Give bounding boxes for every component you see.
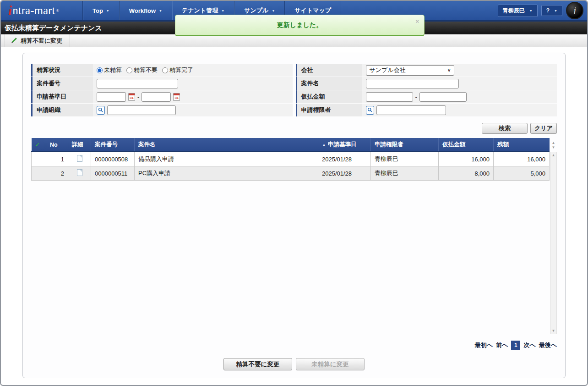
advance-amount-label: 仮払金額 bbox=[296, 90, 362, 103]
help-label: ? bbox=[546, 7, 550, 14]
case-number-input[interactable] bbox=[97, 79, 178, 88]
user-menu-button[interactable]: 青柳辰巳 ▼ bbox=[498, 5, 538, 17]
column-header-check: ✓ bbox=[32, 138, 46, 152]
radio-option-settled[interactable]: 精算完了 bbox=[162, 66, 193, 74]
pagination-current-page: 1 bbox=[511, 341, 520, 350]
pagination-next[interactable]: 次へ bbox=[523, 341, 535, 349]
app-window: intra-mart® Top ▼ Workflow ▼ テナント管理 ▼ サン… bbox=[0, 0, 588, 386]
close-icon[interactable]: × bbox=[415, 18, 419, 25]
request-authorizer-input[interactable] bbox=[376, 105, 446, 115]
case-name-label: 案件名 bbox=[296, 77, 362, 90]
row-case-name: PC購入申請 bbox=[135, 166, 318, 181]
base-date-to-input[interactable] bbox=[142, 92, 171, 102]
menu-item-top[interactable]: Top ▼ bbox=[82, 1, 119, 20]
toolbar-change-to-no-settlement[interactable]: 精算不要に変更 bbox=[5, 34, 70, 47]
form-row-case-name: 案件名 bbox=[296, 77, 557, 90]
search-form-right-column: 会社 サンプル会社 ˅ 案件名 仮払金額 bbox=[296, 64, 557, 117]
row-case-number: 0000000508 bbox=[91, 152, 135, 166]
chevron-down-icon: ▼ bbox=[106, 9, 109, 12]
company-select[interactable]: サンプル会社 ˅ bbox=[366, 65, 454, 76]
row-case-name: 備品購入申請 bbox=[135, 152, 318, 166]
form-row-company: 会社 サンプル会社 ˅ bbox=[296, 64, 557, 77]
scroll-down-icon[interactable]: ▼ bbox=[552, 145, 555, 149]
amount-range-separator: - bbox=[415, 94, 417, 100]
request-org-label: 申請組織 bbox=[31, 104, 93, 116]
search-lookup-icon[interactable] bbox=[366, 106, 374, 115]
sort-asc-icon: ▲ bbox=[322, 143, 326, 147]
logo-text: ntra-mart bbox=[12, 4, 55, 17]
form-row-advance-amount: 仮払金額 - bbox=[296, 90, 557, 103]
column-header-case-name[interactable]: 案件名 bbox=[135, 138, 318, 152]
request-authorizer-field bbox=[362, 104, 557, 116]
column-header-authorizer[interactable]: 申請権限者 bbox=[371, 138, 439, 152]
pagination-first[interactable]: 最初へ bbox=[475, 341, 493, 349]
scroll-down-icon[interactable]: ▼ bbox=[552, 329, 555, 333]
form-row-case-number: 案件番号 bbox=[31, 77, 293, 90]
toolbar: 精算不要に変更 bbox=[1, 34, 587, 47]
scroll-up-icon[interactable]: ▲ bbox=[552, 141, 555, 145]
page-title: 仮払未精算データメンテナンス bbox=[5, 24, 102, 33]
calendar-icon[interactable]: 31 bbox=[173, 93, 180, 101]
row-select-cell[interactable] bbox=[32, 166, 46, 181]
change-to-no-settlement-button[interactable]: 精算不要に変更 bbox=[223, 358, 292, 370]
menu-item-workflow[interactable]: Workflow ▼ bbox=[119, 1, 172, 20]
header-scroll-arrows: ▲ ▼ bbox=[550, 138, 557, 152]
base-date-from-input[interactable] bbox=[97, 92, 126, 102]
select-chevron-icon: ˅ bbox=[448, 68, 451, 73]
intra-mart-badge-icon[interactable]: i bbox=[566, 2, 583, 19]
pagination: 最初へ 前へ 1 次へ 最後へ bbox=[31, 341, 557, 350]
row-balance: 16,000 bbox=[494, 152, 550, 166]
settlement-status-field: 未精算 精算不要 精算完了 bbox=[93, 64, 293, 77]
company-label: 会社 bbox=[296, 64, 362, 77]
body-scrollbar[interactable]: ▲ ▼ bbox=[550, 152, 557, 334]
row-base-date: 2025/01/28 bbox=[318, 152, 371, 166]
unsettled-radio[interactable] bbox=[97, 67, 103, 73]
logo-reg-mark: ® bbox=[56, 8, 59, 13]
search-lookup-icon[interactable] bbox=[97, 106, 105, 115]
help-menu-button[interactable]: ? ▼ bbox=[541, 5, 562, 16]
magnifier-icon bbox=[367, 107, 373, 113]
row-detail-cell bbox=[68, 166, 91, 181]
case-number-label: 案件番号 bbox=[31, 77, 93, 90]
clear-button[interactable]: クリア bbox=[530, 123, 557, 134]
settled-radio[interactable] bbox=[162, 67, 168, 73]
request-authorizer-label: 申請権限者 bbox=[296, 104, 362, 116]
row-authorizer: 青柳辰巳 bbox=[371, 152, 439, 166]
document-detail-icon[interactable] bbox=[77, 155, 82, 162]
column-header-balance[interactable]: 残額 bbox=[494, 138, 550, 152]
check-icon: ✓ bbox=[35, 141, 40, 148]
column-header-amount[interactable]: 仮払金額 bbox=[439, 138, 494, 152]
request-org-field bbox=[93, 104, 293, 116]
search-button[interactable]: 検索 bbox=[482, 123, 528, 134]
row-base-date: 2025/01/28 bbox=[318, 166, 371, 181]
advance-amount-to-input[interactable] bbox=[419, 92, 467, 102]
calendar-icon[interactable]: 31 bbox=[128, 93, 135, 101]
change-to-unsettled-button: 未精算に変更 bbox=[296, 358, 365, 370]
search-form-left-column: 精算状況 未精算 精算不要 精算完了 bbox=[31, 64, 293, 117]
intra-mart-logo[interactable]: intra-mart® bbox=[1, 1, 82, 20]
table-header-row: ✓ No 詳細 案件番号 案件名 ▲申請基準日 申請権限者 仮払金額 残額 bbox=[32, 138, 550, 152]
advance-amount-field: - bbox=[362, 90, 557, 103]
scroll-up-icon[interactable]: ▲ bbox=[552, 153, 555, 157]
radio-option-no-settlement[interactable]: 精算不要 bbox=[126, 66, 158, 74]
column-header-base-date[interactable]: ▲申請基準日 bbox=[318, 138, 371, 152]
form-row-request-org: 申請組織 bbox=[31, 104, 293, 116]
chevron-down-icon: ▼ bbox=[554, 9, 557, 12]
search-form: 精算状況 未精算 精算不要 精算完了 bbox=[31, 64, 557, 117]
advance-amount-from-input[interactable] bbox=[366, 92, 413, 102]
search-actions: 検索 クリア bbox=[31, 123, 557, 134]
request-org-input[interactable] bbox=[107, 105, 176, 115]
logo-i-glyph: i bbox=[8, 3, 12, 18]
row-authorizer: 青柳辰巳 bbox=[371, 166, 439, 181]
column-header-detail: 詳細 bbox=[68, 138, 91, 152]
case-name-input[interactable] bbox=[366, 79, 459, 88]
document-detail-icon[interactable] bbox=[77, 169, 82, 176]
column-header-case-number[interactable]: 案件番号 bbox=[91, 138, 135, 152]
settlement-status-label: 精算状況 bbox=[31, 64, 93, 77]
pagination-last[interactable]: 最後へ bbox=[539, 341, 557, 349]
row-select-cell[interactable] bbox=[32, 152, 46, 166]
no-settlement-radio[interactable] bbox=[126, 67, 132, 73]
chevron-down-icon: ▼ bbox=[529, 9, 533, 12]
pagination-prev[interactable]: 前へ bbox=[496, 341, 508, 349]
radio-option-unsettled[interactable]: 未精算 bbox=[97, 66, 122, 74]
